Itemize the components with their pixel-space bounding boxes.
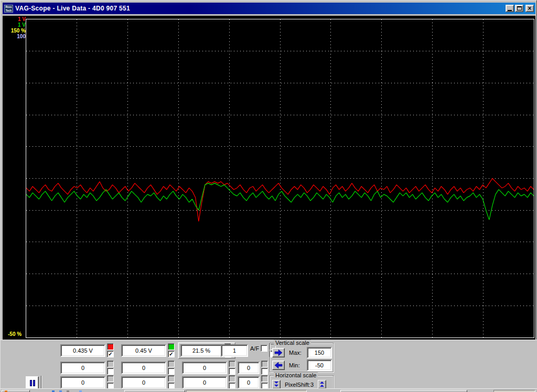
vertical-scale-title: Vertical scale: [274, 340, 311, 346]
app-window: Ross Tech VAG-Scope - Live Data - 4D0 90…: [0, 0, 537, 392]
measure-field-group: [182, 362, 227, 376]
left-arrow-icon: [274, 362, 283, 369]
measure-value-field[interactable]: [121, 376, 166, 389]
measure-field-group: [238, 362, 260, 376]
right-arrow-icon: [274, 349, 283, 356]
control-panel: ✓ ✓ A/F: [1, 340, 537, 388]
measure-value-field[interactable]: [60, 344, 105, 357]
channel-visible-checkbox[interactable]: [168, 368, 175, 375]
y-axis-max-label: 150 %: [3, 28, 26, 34]
close-button[interactable]: ×: [525, 5, 534, 12]
channel-color-swatch[interactable]: [168, 343, 175, 350]
channel-color-swatch[interactable]: [229, 361, 235, 367]
vertical-min-input[interactable]: [307, 360, 332, 371]
max-label: Max:: [289, 350, 305, 356]
channel-color-swatch[interactable]: [261, 375, 268, 382]
scope-plot: [26, 19, 534, 338]
scope-display-area: 1 V 1 V 150 % 100 -50 %: [3, 16, 535, 340]
measure-value-field[interactable]: [60, 376, 105, 389]
maximize-button[interactable]: [515, 5, 523, 12]
measure-value-field[interactable]: [60, 362, 105, 374]
channel-color-swatch[interactable]: [107, 361, 114, 367]
vertical-scale-group: Vertical scale Max: Min:: [270, 343, 334, 372]
measure-field-group: [180, 344, 222, 358]
taskbar-button-active[interactable]: [186, 390, 307, 392]
measure-field-group: [121, 362, 166, 376]
close-icon: ×: [528, 6, 531, 11]
channel2-scale-label: 1 V: [3, 22, 26, 28]
pause-icon: [30, 380, 32, 386]
ross-tech-app-icon[interactable]: Ross Tech: [4, 5, 13, 13]
maximize-icon: [517, 6, 522, 10]
taskbar-button[interactable]: [340, 390, 467, 392]
taskbar: [1, 388, 537, 392]
af-ratio-checkbox[interactable]: [261, 345, 267, 352]
min-label: Min:: [289, 362, 305, 368]
measure-value-field[interactable]: [221, 344, 248, 357]
channel-visible-checkbox[interactable]: [107, 368, 114, 375]
measure-value-field[interactable]: [121, 362, 166, 374]
scope-plot-canvas: [26, 19, 534, 337]
window-title: VAG-Scope - Live Data - 4D0 907 551: [15, 5, 503, 12]
minimize-button[interactable]: [506, 5, 514, 12]
measure-field-group: ✓: [121, 344, 166, 358]
measure-value-field[interactable]: [238, 362, 260, 374]
pixelshift-increase-button[interactable]: [318, 380, 326, 389]
pixelshift-label: PixelShift:3: [285, 382, 314, 388]
measure-field-group: A/F: [221, 344, 248, 358]
pause-button[interactable]: [26, 376, 39, 389]
titlebar: Ross Tech VAG-Scope - Live Data - 4D0 90…: [3, 3, 535, 14]
vertical-max-button[interactable]: [272, 348, 285, 357]
minimize-icon: [508, 10, 512, 11]
channel-visible-checkbox[interactable]: ✓: [168, 351, 175, 357]
vertical-max-input[interactable]: [307, 347, 332, 358]
taskbar-button[interactable]: [124, 390, 185, 392]
measure-value-field[interactable]: [238, 376, 260, 389]
channel-color-swatch[interactable]: [107, 375, 114, 382]
channel4-max-label: 100: [3, 34, 26, 39]
channel-color-swatch[interactable]: [261, 361, 268, 367]
channel-visible-checkbox[interactable]: [261, 368, 268, 375]
double-down-arrow-icon: [274, 381, 279, 388]
channel1-scale-label: 1 V: [3, 16, 26, 22]
channel-visible-checkbox[interactable]: [229, 368, 235, 375]
horizontal-scale-title: Horizontal scale: [274, 372, 318, 378]
channel-visible-checkbox[interactable]: ✓: [107, 351, 114, 357]
channel-color-swatch[interactable]: [229, 375, 235, 382]
double-up-arrow-icon: [319, 381, 325, 388]
measure-value-field[interactable]: [121, 344, 166, 357]
af-ratio-label: A/F: [250, 345, 259, 352]
y-axis-min-label: -50 %: [8, 331, 22, 337]
channel-color-swatch[interactable]: [107, 343, 114, 350]
channel-color-swatch[interactable]: [168, 361, 175, 367]
measure-value-field[interactable]: [182, 362, 227, 374]
measure-value-field[interactable]: [180, 344, 222, 357]
measure-value-field[interactable]: [182, 376, 227, 389]
pixelshift-decrease-button[interactable]: [272, 380, 281, 389]
measure-field-group: ✓: [60, 344, 105, 358]
measure-field-group: [60, 362, 105, 376]
system-tray: [493, 390, 535, 392]
channel-color-swatch[interactable]: [168, 375, 175, 382]
vertical-min-button[interactable]: [272, 361, 285, 370]
